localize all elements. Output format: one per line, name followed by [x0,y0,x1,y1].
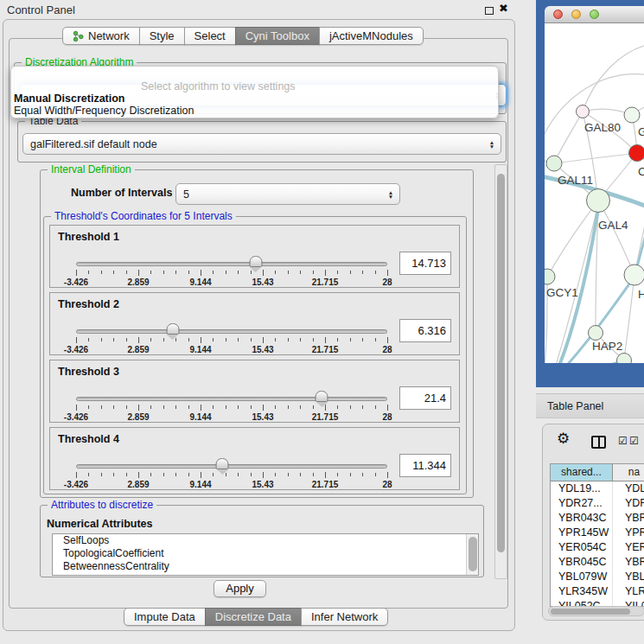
gear-icon[interactable]: ⚙ [557,431,570,446]
scrollbar-thumb[interactable] [551,609,630,615]
table-row[interactable]: YBR045CYBR0 [551,555,644,570]
close-traffic-light[interactable] [553,10,563,19]
slider-track[interactable] [76,464,387,469]
attribute-list-item[interactable]: BetweennessCentrality [53,560,478,573]
column-header-name[interactable]: na [613,464,644,481]
slider-scale-label: -3.426 [64,480,88,489]
table-row[interactable]: YLR345WYLR3 [551,584,644,599]
tab-impute-data[interactable]: Impute Data [124,608,206,626]
slider-track[interactable] [76,262,387,266]
table-cell[interactable]: YIL052C [551,599,613,606]
table-cell[interactable]: YLR345W [551,584,613,599]
scrollbar-thumb[interactable] [469,537,477,571]
table-cell[interactable]: YDL1 [613,481,644,496]
slider-tick [201,472,201,478]
table-cell[interactable]: YDR27... [551,496,613,511]
threshold-slider[interactable]: -3.4262.8599.14415.4321.71528 [76,457,387,490]
dropdown-option-manual-discretization[interactable]: Manual Discretization [14,92,125,105]
slider-tick [387,472,388,478]
network-canvas[interactable]: GAL80GACGAL11GAL4GCY1HHAP2 [545,23,644,363]
table-cell[interactable]: YBR045C [551,555,613,570]
tab-network[interactable]: Network [62,27,140,45]
zoom-traffic-light[interactable] [590,10,599,19]
slider-scale-label: 21.715 [312,480,339,489]
attribute-list-item[interactable]: TopologicalCoefficient [53,547,478,560]
table-cell[interactable]: YLR3 [613,584,644,599]
network-node[interactable] [624,265,644,285]
slider-thumb[interactable] [316,391,328,402]
table-cell[interactable]: YBL079W [551,570,613,584]
table-cell[interactable]: YPR145W [551,526,613,540]
threshold-slider[interactable]: -3.4262.8599.14415.4321.71528 [76,390,387,423]
threshold-value-input[interactable]: 6.316 [399,319,451,342]
threshold-value-input[interactable]: 21.4 [399,386,451,410]
network-node[interactable] [587,189,610,213]
slider-tick [175,473,176,476]
slider-tick [337,473,338,476]
threshold-slider[interactable]: -3.4262.8599.14415.4321.71528 [76,255,387,288]
table-row[interactable]: YDR27...YDR2 [551,496,644,511]
table-row[interactable]: YIL052CYIL0 [551,599,644,606]
network-node[interactable] [546,156,562,171]
table-data-combobox[interactable]: galFiltered.sif default node ▲▼ [22,133,501,155]
threshold-value-input[interactable]: 14.713 [399,252,451,275]
tab-infer-network[interactable]: Infer Network [301,608,388,626]
tab-cyni-toolbox[interactable]: Cyni Toolbox [235,27,320,45]
table-row[interactable]: YDL19...YDL1 [551,481,644,496]
network-window-titlebar[interactable] [545,6,644,23]
slider-tick [101,405,102,409]
table-panel-title: Table Panel [547,400,603,412]
scrollbar-thumb[interactable] [497,174,505,552]
slider-track[interactable] [76,397,387,401]
table-row[interactable]: YER054CYER0 [551,540,644,555]
slider-track[interactable] [76,329,387,334]
table-cell[interactable]: YER054C [551,540,613,555]
table-cell[interactable]: YBR0 [613,555,644,570]
list-scrollbar[interactable] [466,534,478,575]
checkbox-icon[interactable]: ☑ [618,435,628,447]
network-node[interactable] [545,269,555,284]
float-window-icon[interactable] [485,7,494,15]
slider-thumb[interactable] [216,458,229,469]
attribute-list-item[interactable]: SelfLoops [53,534,478,547]
table-cell[interactable]: YDR2 [613,496,644,511]
table-cell[interactable]: YPR1 [613,526,644,540]
tab-jactivemnodules[interactable]: jActiveMNodules [319,27,424,45]
table-cell[interactable]: YBR0 [613,511,644,526]
split-columns-icon[interactable] [591,436,606,449]
threshold-slider[interactable]: -3.4262.8599.14415.4321.71528 [76,322,387,355]
table-cell[interactable]: YBR043C [551,511,613,526]
tab-select[interactable]: Select [184,27,236,45]
numerical-attributes-list[interactable]: SelfLoopsTopologicalCoefficientBetweenne… [52,533,479,576]
table-row[interactable]: YBL079WYBL0 [551,570,644,584]
table-cell[interactable]: YDL19... [551,481,613,496]
column-header-shared-name[interactable]: shared... [551,464,613,481]
table-row[interactable]: YPR145WYPR1 [551,526,644,540]
network-node[interactable] [589,326,603,341]
threshold-value-input[interactable]: 11.344 [399,454,451,477]
network-node[interactable] [629,145,644,162]
dropdown-option-equal-width-frequency[interactable]: Equal Width/Frequency Discretization [14,105,194,117]
slider-thumb[interactable] [166,323,179,335]
panel-vertical-scrollbar[interactable] [494,164,507,579]
network-node-label: GAL4 [598,219,628,232]
network-node[interactable] [624,107,640,123]
tab-style[interactable]: Style [139,27,185,45]
slider-tick [150,405,151,409]
dropdown-placeholder: Select algorithm to view settings [141,80,296,92]
table-cell[interactable]: YER0 [613,540,644,555]
table-row[interactable]: YBR043CYBR0 [551,511,644,526]
tab-discretize-data[interactable]: Discretize Data [205,608,302,626]
close-icon[interactable]: ✖ [499,2,508,15]
checkbox-icon[interactable]: ☑ [629,435,639,447]
network-node[interactable] [577,105,590,118]
slider-thumb[interactable] [249,256,262,267]
table-horizontal-scrollbar[interactable] [548,606,644,616]
apply-button[interactable]: Apply [214,580,266,597]
minimize-traffic-light[interactable] [571,10,581,19]
table-cell[interactable]: YIL0 [613,599,644,606]
table-cell[interactable]: YBL0 [613,570,644,584]
network-node[interactable] [617,354,632,364]
number-of-intervals-combobox[interactable]: 5 ▲▼ [175,183,400,205]
slider-tick [300,473,301,476]
